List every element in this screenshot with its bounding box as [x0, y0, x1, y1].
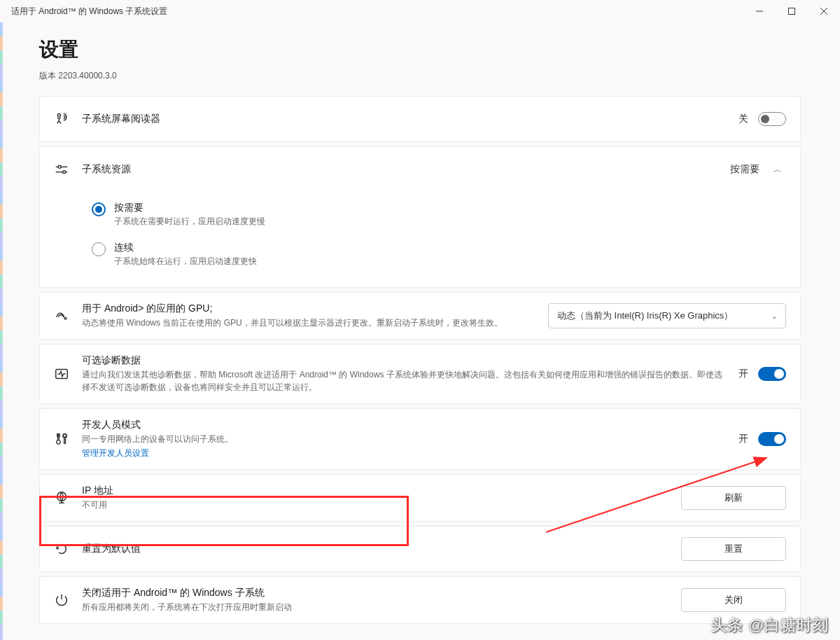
- gpu-row[interactable]: 用于 Android> 的应用的 GPU; 动态将使用 Windows 当前正在…: [40, 293, 800, 339]
- developer-row[interactable]: 开发人员模式 同一专用网络上的设备可以访问子系统。 管理开发人员设置 开: [40, 409, 800, 469]
- continuous-title: 连续: [114, 242, 257, 254]
- globe-icon: [54, 490, 82, 506]
- title-bar: 适用于 Android™ 的 Windows 子系统设置: [0, 0, 840, 22]
- ip-card: IP 地址 不可用 刷新: [39, 474, 801, 522]
- diagnostics-row[interactable]: 可选诊断数据 通过向我们发送其他诊断数据，帮助 Microsoft 改进适用于 …: [40, 345, 800, 403]
- ip-row[interactable]: IP 地址 不可用 刷新: [40, 475, 800, 521]
- svg-rect-11: [57, 434, 59, 437]
- radio-unchecked-icon: [92, 242, 106, 256]
- on-demand-desc: 子系统在需要时运行，应用启动速度更慢: [114, 216, 265, 228]
- sliders-icon: [54, 162, 82, 177]
- svg-point-4: [57, 113, 60, 116]
- reset-button[interactable]: 重置: [681, 537, 786, 561]
- resources-row[interactable]: 子系统资源 按需要 ︿: [40, 147, 800, 192]
- reset-row[interactable]: 重置为默认值 重置: [40, 527, 800, 571]
- shutdown-row[interactable]: 关闭适用于 Android™ 的 Windows 子系统 所有应用都将关闭，子系…: [40, 577, 800, 623]
- shutdown-desc: 所有应用都将关闭，子系统将在下次打开应用时重新启动: [82, 601, 681, 613]
- option-continuous[interactable]: 连续 子系统始终在运行，应用启动速度更快: [92, 235, 786, 274]
- on-demand-title: 按需要: [114, 202, 265, 214]
- svg-point-12: [63, 434, 66, 437]
- continuous-desc: 子系统始终在运行，应用启动速度更快: [114, 256, 257, 267]
- accessibility-icon: [54, 111, 82, 127]
- developer-toggle[interactable]: [758, 432, 786, 446]
- window-controls: [743, 0, 840, 22]
- page-title: 设置: [39, 36, 801, 63]
- diagnostics-desc: 通过向我们发送其他诊断数据，帮助 Microsoft 改进适用于 Android…: [82, 368, 727, 394]
- resources-card: 子系统资源 按需要 ︿ 按需要 子系统在需要时运行，应用启动速度更慢 连续 子系…: [39, 146, 801, 288]
- developer-card: 开发人员模式 同一专用网络上的设备可以访问子系统。 管理开发人员设置 开: [39, 408, 801, 470]
- gpu-icon: [54, 308, 82, 324]
- screen-reader-title: 子系统屏幕阅读器: [82, 113, 738, 125]
- reset-card: 重置为默认值 重置: [39, 526, 801, 572]
- reset-title: 重置为默认值: [82, 543, 681, 555]
- undo-icon: [54, 541, 82, 557]
- maximize-button[interactable]: [776, 0, 808, 22]
- gpu-desc: 动态将使用 Windows 当前正在使用的 GPU，并且可以根据主显示器进行更改…: [82, 316, 537, 329]
- screen-reader-card: 子系统屏幕阅读器 关: [39, 96, 801, 142]
- svg-point-6: [58, 165, 61, 168]
- close-button[interactable]: [808, 0, 840, 22]
- developer-desc: 同一专用网络上的设备可以访问子系统。: [82, 433, 738, 445]
- screen-reader-state: 关: [738, 113, 748, 125]
- developer-title: 开发人员模式: [82, 419, 738, 431]
- resources-title: 子系统资源: [82, 163, 730, 176]
- shutdown-button[interactable]: 关闭: [681, 588, 786, 612]
- diagnostics-toggle[interactable]: [758, 367, 786, 381]
- chevron-up-icon: ︿: [769, 164, 786, 176]
- watermark: 头条 @白糖时刻: [711, 615, 829, 636]
- gpu-select[interactable]: 动态（当前为 Intel(R) Iris(R) Xe Graphics） ⌄: [548, 303, 786, 328]
- option-on-demand[interactable]: 按需要 子系统在需要时运行，应用启动速度更慢: [92, 195, 786, 235]
- developer-link[interactable]: 管理开发人员设置: [82, 447, 149, 459]
- screen-reader-toggle[interactable]: [758, 112, 786, 126]
- shutdown-card: 关闭适用于 Android™ 的 Windows 子系统 所有应用都将关闭，子系…: [39, 576, 801, 624]
- svg-point-9: [64, 317, 66, 319]
- resources-options: 按需要 子系统在需要时运行，应用启动速度更慢 连续 子系统始终在运行，应用启动速…: [40, 192, 800, 287]
- decorative-strip: [0, 22, 3, 640]
- svg-rect-1: [789, 8, 795, 15]
- gpu-title: 用于 Android> 的应用的 GPU;: [82, 302, 537, 315]
- svg-point-8: [63, 171, 66, 174]
- heartbeat-icon: [54, 366, 82, 382]
- chevron-down-icon: ⌄: [771, 312, 777, 320]
- radio-checked-icon: [92, 202, 106, 216]
- diagnostics-title: 可选诊断数据: [82, 354, 727, 367]
- tools-icon: [54, 431, 82, 447]
- page-content: 设置 版本 2203.40000.3.0 子系统屏幕阅读器 关 子系统资源 按需…: [0, 22, 840, 624]
- shutdown-title: 关闭适用于 Android™ 的 Windows 子系统: [82, 587, 681, 599]
- resources-value: 按需要: [730, 163, 760, 176]
- gpu-select-value: 动态（当前为 Intel(R) Iris(R) Xe Graphics）: [557, 309, 733, 322]
- gpu-card: 用于 Android> 的应用的 GPU; 动态将使用 Windows 当前正在…: [39, 292, 801, 340]
- developer-state: 开: [738, 433, 748, 445]
- version-label: 版本 2203.40000.3.0: [39, 70, 801, 82]
- minimize-button[interactable]: [743, 0, 776, 22]
- diagnostics-card: 可选诊断数据 通过向我们发送其他诊断数据，帮助 Microsoft 改进适用于 …: [39, 344, 801, 404]
- refresh-button[interactable]: 刷新: [681, 486, 786, 510]
- power-icon: [54, 592, 82, 608]
- window-title: 适用于 Android™ 的 Windows 子系统设置: [11, 6, 167, 18]
- ip-desc: 不可用: [82, 499, 681, 511]
- ip-title: IP 地址: [82, 485, 681, 497]
- diagnostics-state: 开: [738, 368, 748, 380]
- screen-reader-row[interactable]: 子系统屏幕阅读器 关: [40, 97, 800, 141]
